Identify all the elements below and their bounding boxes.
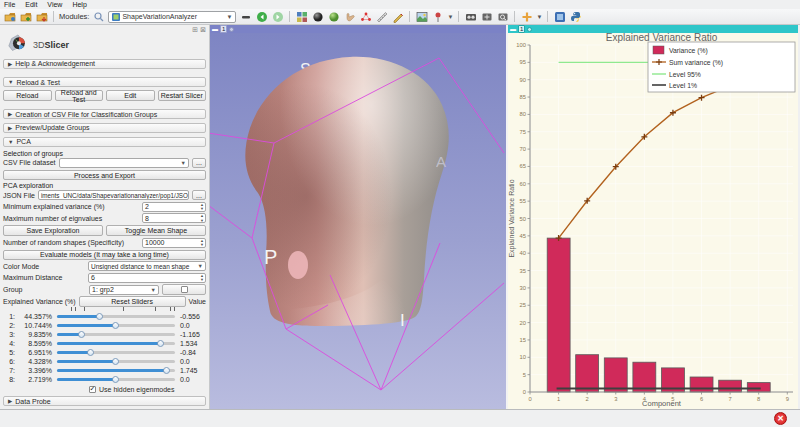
svg-text:25: 25 <box>520 302 526 308</box>
crosshair-icon[interactable] <box>480 10 493 23</box>
add-mrml-icon[interactable] <box>520 10 533 23</box>
menu-bar: File Edit View Help <box>0 0 800 9</box>
edit-button[interactable]: Edit <box>106 90 155 101</box>
capture-icon[interactable] <box>464 10 477 23</box>
eigen-slider-row: 1:44.357%-0.556 <box>3 312 206 321</box>
menu-view[interactable]: View <box>47 1 62 8</box>
eigen-slider[interactable] <box>57 324 175 327</box>
add-data-icon[interactable] <box>19 10 32 23</box>
svg-text:Level 95%: Level 95% <box>669 71 701 78</box>
slider-handle[interactable] <box>112 322 119 329</box>
extensions-icon[interactable] <box>553 10 566 23</box>
module-prev-icon[interactable] <box>255 10 268 23</box>
menu-file[interactable]: File <box>4 1 15 8</box>
modules-label: Modules: <box>59 12 89 21</box>
python-console-icon[interactable] <box>569 10 582 23</box>
svg-text:5: 5 <box>523 372 526 378</box>
threed-canvas[interactable]: S A P I <box>210 33 506 409</box>
group-checkbox[interactable] <box>181 286 188 293</box>
evaluate-models-button[interactable]: Evaluate models (It may take a long time… <box>3 250 206 260</box>
spin-arrows-icon[interactable]: ▲▼ <box>200 214 204 223</box>
toolbar-separator <box>458 11 459 22</box>
eigen-slider[interactable] <box>57 360 175 363</box>
annotation-icon[interactable] <box>391 10 404 23</box>
save-scene-icon[interactable] <box>35 10 48 23</box>
screenshot-icon[interactable] <box>415 10 428 23</box>
chevron-down-icon[interactable]: ▼ <box>536 14 542 20</box>
spin-arrows-icon[interactable]: ▲▼ <box>200 274 204 283</box>
slider-handle[interactable] <box>163 367 170 374</box>
json-browse-button[interactable]: ... <box>192 190 206 200</box>
error-log-button[interactable]: ✕ <box>774 412 787 425</box>
hand-icon[interactable] <box>343 10 356 23</box>
slider-handle[interactable] <box>112 376 119 383</box>
section-data-probe[interactable]: ▶ Data Probe <box>3 396 206 406</box>
menu-help[interactable]: Help <box>72 1 86 8</box>
slider-handle[interactable] <box>87 349 94 356</box>
csv-dataset-combobox[interactable]: ▼ <box>59 158 189 168</box>
section-pca[interactable]: ▼ PCA <box>3 137 206 147</box>
restart-slicer-button[interactable]: Restart Slicer <box>158 90 207 101</box>
slider-handle[interactable] <box>96 313 103 320</box>
slider-handle[interactable] <box>112 358 119 365</box>
chevron-down-icon[interactable]: ▼ <box>447 14 453 20</box>
magnify-icon[interactable] <box>496 10 509 23</box>
eigen-slider[interactable] <box>57 369 175 372</box>
module-selector[interactable]: ShapeVariationAnalyzer ▼ <box>108 11 236 23</box>
ruler-icon[interactable] <box>375 10 388 23</box>
reset-sliders-button[interactable]: Reset Sliders <box>79 296 186 307</box>
view-pin-icon[interactable] <box>229 27 234 32</box>
layout-icon[interactable] <box>295 10 308 23</box>
chevron-down-icon: ▼ <box>226 14 232 20</box>
slider-handle[interactable] <box>78 331 85 338</box>
chart-view[interactable]: ▬ 1 051015202530354045505560657075808590… <box>508 25 798 409</box>
max-eigen-spinbox[interactable]: 8 ▲▼ <box>142 213 206 223</box>
chevron-right-icon: ▶ <box>8 398 12 404</box>
reload-button[interactable]: Reload <box>3 90 52 101</box>
threed-view[interactable]: ▬ 1 <box>210 25 508 409</box>
color-mode-combobox[interactable]: Unsigned distance to mean shape ▼ <box>88 261 206 271</box>
slider-handle[interactable] <box>157 340 164 347</box>
json-file-combobox[interactable]: iments_UNC/data/Shapevariationanalyzer/p… <box>38 190 189 200</box>
process-export-button[interactable]: Process and Export <box>3 170 206 180</box>
chevron-right-icon: ▶ <box>8 125 12 131</box>
pin-icon[interactable] <box>431 10 444 23</box>
reload-and-test-button[interactable]: Reload and Test <box>55 90 104 101</box>
module-next-icon[interactable] <box>271 10 284 23</box>
save-exploration-button[interactable]: Save Exploration <box>3 225 103 236</box>
svg-text:2: 2 <box>586 396 589 402</box>
section-reload-test[interactable]: ▼ Reload & Test <box>3 77 206 87</box>
load-scene-icon[interactable] <box>3 10 16 23</box>
min-variance-spinbox[interactable]: 2 ▲▼ <box>142 202 206 212</box>
search-icon[interactable] <box>92 10 105 23</box>
max-distance-spinbox[interactable]: 6 ▲▼ <box>88 273 206 283</box>
view-menu-icon[interactable]: ▬ <box>510 26 516 32</box>
modules-history-icon[interactable] <box>239 10 252 23</box>
eigen-slider[interactable] <box>57 333 175 336</box>
eigen-slider[interactable] <box>57 342 175 345</box>
section-csv-creation[interactable]: ▶ Creation of CSV File for Classificatio… <box>3 109 206 119</box>
markups-icon[interactable] <box>359 10 372 23</box>
panel-undock-icon[interactable]: ⊞ <box>192 26 198 34</box>
eigen-slider[interactable] <box>57 351 175 354</box>
spin-arrows-icon[interactable]: ▲▼ <box>200 239 204 248</box>
random-shapes-spinbox[interactable]: 10000 ▲▼ <box>142 238 206 248</box>
spin-arrows-icon[interactable]: ▲▼ <box>200 203 204 212</box>
mouse-place-icon[interactable] <box>327 10 340 23</box>
section-preview-groups[interactable]: ▶ Preview/Update Groups <box>3 123 206 133</box>
eigen-slider[interactable] <box>57 315 175 318</box>
slider-value: 0.0 <box>180 322 206 329</box>
section-help-acknowledgement[interactable]: ▶ Help & Acknowledgement <box>3 59 206 69</box>
group-combobox[interactable]: 1: grp2 ▼ <box>89 285 159 295</box>
section-label: Data Probe <box>15 398 50 405</box>
csv-browse-button[interactable]: ... <box>192 158 206 168</box>
use-hidden-eigenmodes-checkbox[interactable]: ✓ <box>89 386 96 393</box>
view-menu-icon[interactable]: ▬ <box>212 26 218 32</box>
toggle-mean-shape-button[interactable]: Toggle Mean Shape <box>106 225 206 236</box>
eigen-slider[interactable] <box>57 378 175 381</box>
eigen-slider-row: 6:4.328%0.0 <box>3 357 206 366</box>
mouse-rotate-icon[interactable] <box>311 10 324 23</box>
menu-edit[interactable]: Edit <box>25 1 37 8</box>
view-pin-icon[interactable] <box>527 27 532 32</box>
panel-hide-icon[interactable]: ⊠ <box>200 26 206 34</box>
